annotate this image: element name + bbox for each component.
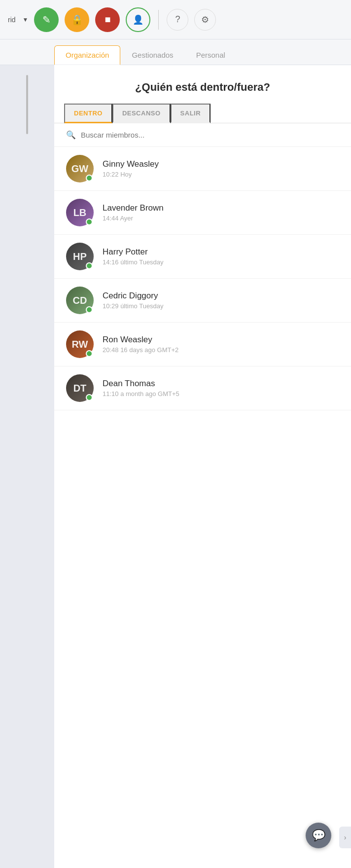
member-name: Dean Thomas <box>103 379 339 389</box>
member-name: Ginny Weasley <box>103 159 339 169</box>
tab-gestionados[interactable]: Gestionados <box>120 45 184 65</box>
outline-avatar-button[interactable]: 👤 <box>126 7 150 32</box>
avatar-wrapper: RW <box>66 330 94 358</box>
header-label: rid <box>8 16 16 24</box>
online-indicator <box>86 394 93 401</box>
list-item[interactable]: HP Harry Potter 14:16 último Tuesday <box>54 235 351 279</box>
chat-float-button[interactable]: 💬 <box>306 823 331 848</box>
member-name: Cedric Diggory <box>103 291 339 301</box>
avatar-wrapper: DT <box>66 374 94 402</box>
online-indicator <box>86 175 93 181</box>
online-indicator <box>86 350 93 357</box>
chevron-right-icon: › <box>344 833 347 841</box>
orange-avatar-button[interactable]: 🔒 <box>65 7 89 32</box>
sidebar-scrollbar[interactable] <box>26 75 28 134</box>
content-panel: ¿Quién está dentro/fuera? DENTRO DESCANS… <box>54 65 351 868</box>
member-list: GW Ginny Weasley 10:22 Hoy LB <box>54 147 351 410</box>
main-content: ¿Quién está dentro/fuera? DENTRO DESCANS… <box>0 65 351 868</box>
list-item[interactable]: GW Ginny Weasley 10:22 Hoy <box>54 147 351 191</box>
member-info: Harry Potter 14:16 último Tuesday <box>103 247 339 266</box>
sub-tab-salir[interactable]: SALIR <box>171 104 211 123</box>
sub-tab-descanso[interactable]: DESCANSO <box>112 104 171 123</box>
member-time: 20:48 16 days ago GMT+2 <box>103 346 339 354</box>
online-indicator <box>86 262 93 269</box>
search-bar: 🔍 <box>54 123 351 147</box>
member-info: Cedric Diggory 10:29 último Tuesday <box>103 291 339 310</box>
member-time: 11:10 a month ago GMT+5 <box>103 390 339 398</box>
sub-tabs: DENTRO DESCANSO SALIR <box>54 104 351 123</box>
member-time: 10:22 Hoy <box>103 171 339 178</box>
chat-icon: 💬 <box>312 829 325 842</box>
help-icon: ? <box>175 14 180 25</box>
avatar-wrapper: LB <box>66 199 94 226</box>
list-item[interactable]: CD Cedric Diggory 10:29 último Tuesday <box>54 279 351 323</box>
tab-bar: Organización Gestionados Personal <box>0 39 351 65</box>
expand-arrow-button[interactable]: › <box>339 827 351 848</box>
gear-icon: ⚙ <box>201 14 209 25</box>
member-time: 10:29 último Tuesday <box>103 302 339 310</box>
online-indicator <box>86 306 93 313</box>
list-item[interactable]: LB Lavender Brown 14:44 Ayer <box>54 191 351 235</box>
member-name: Ron Weasley <box>103 335 339 345</box>
member-info: Ron Weasley 20:48 16 days ago GMT+2 <box>103 335 339 354</box>
help-button[interactable]: ? <box>167 9 188 31</box>
settings-button[interactable]: ⚙ <box>194 9 216 31</box>
avatar-wrapper: CD <box>66 287 94 314</box>
list-item[interactable]: RW Ron Weasley 20:48 16 days ago GMT+2 <box>54 323 351 366</box>
sidebar-panel <box>0 65 54 868</box>
member-time: 14:44 Ayer <box>103 215 339 222</box>
member-time: 14:16 último Tuesday <box>103 258 339 266</box>
member-name: Lavender Brown <box>103 203 339 213</box>
member-name: Harry Potter <box>103 247 339 257</box>
member-info: Lavender Brown 14:44 Ayer <box>103 203 339 222</box>
member-info: Dean Thomas 11:10 a month ago GMT+5 <box>103 379 339 398</box>
wio-title: ¿Quién está dentro/fuera? <box>54 65 351 104</box>
tab-personal[interactable]: Personal <box>185 45 237 65</box>
online-indicator <box>86 218 93 225</box>
green-avatar-button[interactable]: ✎ <box>34 7 59 32</box>
header-separator <box>158 10 159 30</box>
avatar-wrapper: HP <box>66 243 94 270</box>
tab-organizacion[interactable]: Organización <box>54 45 120 65</box>
red-avatar-button[interactable]: ■ <box>95 7 120 32</box>
list-item[interactable]: DT Dean Thomas 11:10 a month ago GMT+5 <box>54 366 351 410</box>
member-info: Ginny Weasley 10:22 Hoy <box>103 159 339 178</box>
search-input[interactable] <box>81 131 339 139</box>
sub-tab-dentro[interactable]: DENTRO <box>64 104 112 123</box>
search-icon: 🔍 <box>66 130 76 140</box>
header-bar: rid ▼ ✎ 🔒 ■ 👤 ? ⚙ <box>0 0 351 39</box>
header-chevron[interactable]: ▼ <box>23 16 29 23</box>
avatar-wrapper: GW <box>66 155 94 182</box>
